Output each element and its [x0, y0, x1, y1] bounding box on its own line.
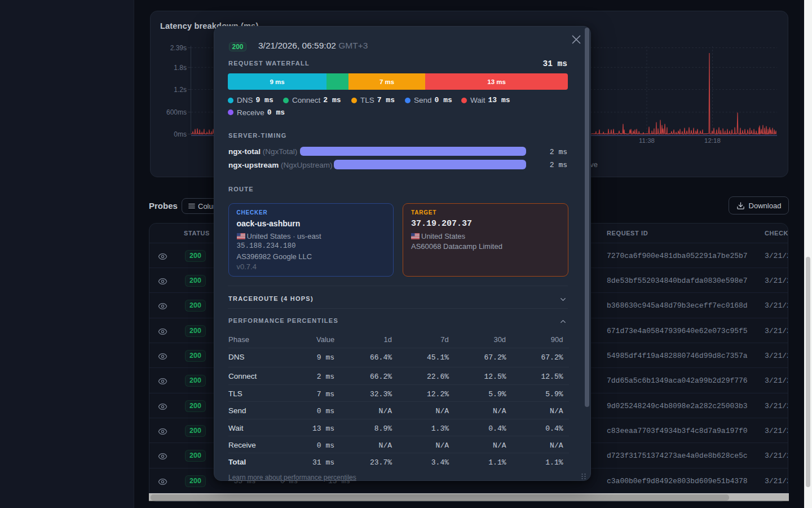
svg-text:1.2s: 1.2s: [174, 86, 187, 94]
svg-text:600ms: 600ms: [166, 108, 187, 116]
svg-text:11:38: 11:38: [639, 137, 655, 144]
svg-text:1.8s: 1.8s: [174, 64, 187, 72]
svg-text:2.39s: 2.39s: [170, 44, 187, 52]
svg-text:0ms: 0ms: [174, 130, 187, 138]
svg-text:12:18: 12:18: [704, 137, 721, 144]
